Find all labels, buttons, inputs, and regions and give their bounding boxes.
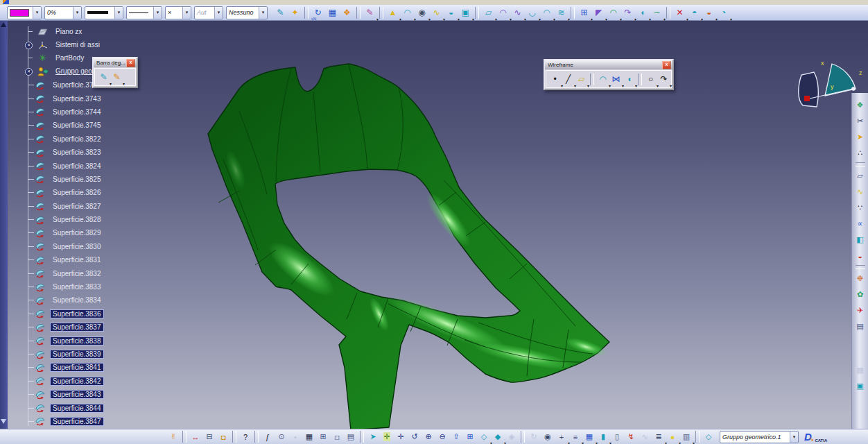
tree-item-surface[interactable]: Superficie.3843 — [28, 388, 104, 401]
pan-icon[interactable]: ✛ — [394, 431, 408, 443]
sweep-icon[interactable]: ∿ — [429, 6, 444, 19]
connect-checker-icon[interactable]: ∝ — [853, 216, 867, 232]
painter-icon[interactable]: ✎ — [273, 6, 288, 19]
line-weight-combo[interactable]: ▾ — [85, 6, 123, 19]
sphere-icon[interactable]: ◉ — [415, 6, 429, 19]
relations-icon[interactable]: ⊞ — [316, 431, 330, 443]
close-icon[interactable]: x — [126, 59, 135, 67]
constraint-icon[interactable]: ∴ — [853, 145, 867, 161]
fly-mode-icon[interactable]: ➤ — [366, 431, 380, 443]
knowledge-icon[interactable]: • — [288, 431, 302, 443]
healing-icon[interactable]: ✕ — [672, 6, 687, 19]
normal-view-icon[interactable]: ⇧ — [449, 431, 463, 443]
trim-icon[interactable]: ◠ — [606, 6, 620, 19]
tree-item-surface[interactable]: Superficie.3838 — [28, 334, 104, 347]
line-type-combo[interactable]: ▾ — [126, 6, 162, 19]
tree-item-surface[interactable]: Superficie.3842 — [28, 375, 104, 388]
light-pen-icon[interactable]: ✦ — [288, 6, 302, 19]
box-view-icon[interactable]: ▯ — [610, 431, 624, 443]
tree-node-toggle[interactable]: ✕ — [25, 42, 33, 49]
draft-analysis-icon[interactable]: ◧ — [853, 232, 867, 248]
tree-item-surface[interactable]: Superficie.3827 — [28, 200, 104, 213]
chevron-down-icon[interactable]: ▾ — [790, 432, 798, 443]
line-icon[interactable]: ╱ — [562, 72, 575, 86]
rotation-icon[interactable]: ↻ — [527, 431, 541, 443]
boundary-curve-icon[interactable]: ◖ — [623, 72, 636, 86]
screen-capture-icon[interactable]: ▣ — [853, 378, 867, 394]
sketch-tracer-icon[interactable]: ▱ — [853, 168, 867, 184]
tree-item-surface[interactable]: Superficie.3743 — [28, 92, 104, 105]
chevron-down-icon[interactable]: ▾ — [182, 7, 191, 19]
plane-icon[interactable]: ▱ — [575, 72, 588, 86]
tree-item-surface[interactable]: Superficie.3829 — [28, 226, 104, 239]
extract-icon[interactable]: ◖ — [635, 6, 650, 19]
iso-view-icon[interactable]: ◇ — [477, 431, 491, 443]
shape-fillet-icon[interactable]: ∽ — [650, 6, 664, 19]
measure-between-icon[interactable]: ↔ — [189, 431, 202, 443]
close-icon[interactable]: x — [662, 61, 671, 69]
cylinder-view-icon[interactable]: ▮ — [596, 431, 610, 443]
chevron-down-icon[interactable]: ▾ — [33, 7, 41, 19]
grid-display-icon[interactable]: ▦ — [853, 362, 867, 378]
shape-view-icon[interactable]: ❖ — [853, 97, 867, 113]
tree-item-surface[interactable]: Superficie.3839 — [28, 348, 104, 361]
rotate-icon[interactable]: ↺ — [408, 431, 422, 443]
model-3d[interactable] — [198, 59, 620, 429]
chevron-down-icon[interactable]: ▾ — [114, 7, 123, 19]
tree-item-surface[interactable]: Superficie.3828 — [28, 213, 104, 226]
tree-item-surface[interactable]: Superficie.3847 — [28, 415, 104, 428]
toolbar-title-bar[interactable]: Wireframe x — [545, 60, 672, 69]
tree-item-surface[interactable]: Superficie.3830 — [28, 240, 104, 253]
report-icon[interactable]: ▤ — [853, 318, 867, 334]
tree-item-surface[interactable]: Superficie.3822 — [28, 133, 104, 146]
viewport-3d[interactable]: ✕ ✕ Piano zx Sistemi di assi ✳ PartBody — [0, 21, 868, 429]
surface-curvature-icon[interactable]: ◒ — [853, 248, 867, 264]
revolve-icon[interactable]: ◠ — [400, 6, 415, 19]
work-grid-icon[interactable]: ▦ — [582, 431, 596, 443]
tree-item-surface[interactable]: Superficie.3745 — [28, 119, 104, 132]
tree-item-sistemi-di-assi[interactable]: Sistemi di assi — [28, 38, 100, 51]
comment-icon[interactable]: ⊙ — [275, 431, 288, 443]
zoom-in-icon[interactable]: ⊕ — [422, 431, 435, 443]
product-structure-icon[interactable]: ✿ — [853, 287, 867, 302]
toolbar-title-bar[interactable]: Barra deg... x — [94, 58, 137, 67]
fit-all-icon[interactable]: ✛ — [380, 431, 394, 443]
transparency-combo[interactable]: 0% ▾ — [44, 6, 82, 19]
balloon-icon[interactable]: ● — [666, 431, 679, 443]
circle-icon[interactable]: ○ — [644, 72, 657, 86]
surface-copy-icon[interactable]: ✎ — [110, 70, 123, 84]
zoom-out-icon[interactable]: ⊖ — [435, 431, 449, 443]
wireframe-toolbar[interactable]: Wireframe x •╱▱◠⋈◖○↷ — [544, 59, 674, 90]
lock-icon[interactable]: ◘ — [330, 431, 344, 443]
barra-toolbar[interactable]: Barra deg... x ✎✎ — [92, 57, 138, 88]
polygon-icon[interactable]: ◇ — [702, 431, 715, 443]
tree-item-surface[interactable]: Superficie.3836 — [28, 307, 104, 321]
tree-item-surface[interactable]: Superficie.3826 — [28, 186, 104, 199]
catalog-browser-icon[interactable]: ↻xN — [311, 6, 325, 19]
tree-item-surface[interactable]: Superficie.3834 — [28, 293, 104, 307]
curve-analysis-icon[interactable]: ∿ — [853, 184, 867, 200]
tree-item-surface[interactable]: Superficie.3823 — [28, 146, 104, 159]
design-table-icon[interactable]: ▦ — [302, 431, 316, 443]
tree-item-surface[interactable]: Superficie.3844 — [28, 401, 104, 414]
catalyst-icon[interactable]: ↯ — [624, 431, 638, 443]
catia-start-icon[interactable]: ✌ — [166, 431, 180, 443]
graph-filter-icon[interactable]: ≣ — [652, 431, 666, 443]
surface-repair-icon[interactable]: ✎ — [97, 70, 110, 84]
tree-item-surface[interactable]: Superficie.3833 — [28, 280, 104, 293]
tree-item-surface[interactable]: Superficie.3841 — [28, 361, 104, 374]
tree-item-surface[interactable]: Superficie.3824 — [28, 159, 104, 172]
active-group-combo[interactable]: Gruppo geometrico.1 ▾ — [720, 431, 799, 443]
adaptive-sweep-icon[interactable]: ◠ — [539, 6, 554, 19]
projection-icon[interactable]: ◠ — [596, 72, 609, 86]
disassemble-icon[interactable]: ◒ — [702, 6, 716, 19]
chevron-down-icon[interactable]: ▾ — [153, 7, 162, 19]
boundary-icon[interactable]: ↷ — [620, 6, 635, 19]
chevron-down-icon[interactable]: ▾ — [73, 7, 81, 19]
swap-visible-icon[interactable]: ∿ — [638, 431, 652, 443]
tree-item-piano-zx[interactable]: Piano zx — [28, 25, 82, 38]
graphic-color-combo[interactable]: ▾ — [7, 6, 42, 19]
join-icon[interactable]: ⊞ — [577, 6, 591, 19]
tree-item-surface[interactable]: Superficie.3837 — [28, 321, 104, 334]
whats-this-icon[interactable]: ? — [238, 431, 252, 443]
